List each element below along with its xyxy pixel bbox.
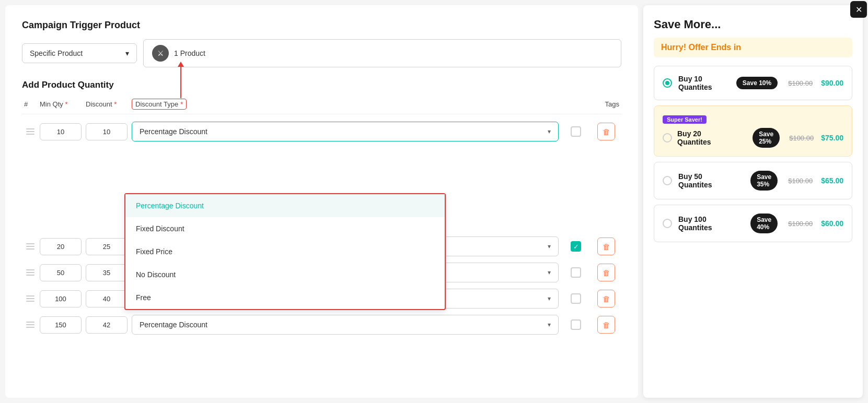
discount-type-value: Percentage Discount bbox=[140, 127, 207, 136]
product-count-label: 1 Product bbox=[174, 49, 205, 57]
dropdown-option-free[interactable]: Free bbox=[125, 286, 445, 309]
table-header: # Min Qty * Discount * Discount Type * T… bbox=[22, 99, 621, 114]
delete-cell: 🗑 bbox=[593, 123, 619, 140]
pricing-card-highlighted: Super Saver! Buy 20Quantites Save25% $10… bbox=[654, 105, 852, 157]
chevron-down-icon: ▾ bbox=[548, 321, 551, 328]
delete-button[interactable]: 🗑 bbox=[597, 238, 615, 255]
delete-button[interactable]: 🗑 bbox=[597, 290, 615, 307]
min-qty-input[interactable] bbox=[40, 238, 82, 255]
save-more-title: Save More... bbox=[654, 18, 852, 31]
save-badge: Save40% bbox=[750, 214, 778, 233]
delete-button[interactable]: 🗑 bbox=[597, 123, 615, 140]
qty-label: Buy 50Quantites bbox=[678, 172, 744, 189]
discount-type-select-open[interactable]: Percentage Discount ▾ bbox=[132, 122, 559, 141]
discount-input[interactable] bbox=[86, 123, 128, 140]
original-price: $100.00 bbox=[789, 134, 814, 142]
campaign-trigger-title: Campaign Trigger Product bbox=[22, 20, 621, 31]
table-row: Percentage Discount ▾ 🗑 bbox=[22, 312, 621, 338]
qty-label: Buy 20Quantites bbox=[677, 129, 747, 146]
dropdown-option-fixed-price[interactable]: Fixed Price bbox=[125, 240, 445, 263]
original-price: $100.00 bbox=[788, 220, 813, 228]
dropdown-option-fixed-discount[interactable]: Fixed Discount bbox=[125, 217, 445, 240]
discount-type-dropdown: Percentage Discount Fixed Discount Fixed… bbox=[124, 193, 446, 310]
original-price: $100.00 bbox=[788, 79, 813, 87]
dropdown-option-percentage[interactable]: Percentage Discount bbox=[125, 194, 445, 217]
discount-type-value: Percentage Discount bbox=[140, 321, 207, 329]
product-badge: ⚔ 1 Product bbox=[143, 39, 621, 67]
discount-input[interactable] bbox=[86, 290, 128, 307]
red-arrow bbox=[178, 62, 184, 98]
min-qty-required: * bbox=[65, 100, 67, 108]
product-type-dropdown[interactable]: Specific Product ▾ bbox=[22, 43, 137, 63]
arrow-head-icon bbox=[178, 62, 184, 67]
radio-button[interactable] bbox=[663, 176, 672, 185]
discount-input[interactable] bbox=[86, 238, 128, 255]
delete-button[interactable]: 🗑 bbox=[597, 264, 615, 281]
dropdown-option-no-discount[interactable]: No Discount bbox=[125, 263, 445, 286]
col-discount: Discount * bbox=[86, 100, 128, 108]
drag-handle[interactable] bbox=[24, 319, 36, 330]
chevron-down-icon: ▾ bbox=[548, 243, 551, 250]
delete-cell: 🗑 bbox=[593, 238, 619, 255]
discount-input[interactable] bbox=[86, 264, 128, 281]
delete-button[interactable]: 🗑 bbox=[597, 316, 615, 334]
col-discount-type: Discount Type * bbox=[132, 99, 559, 110]
product-type-label: Specific Product bbox=[30, 49, 83, 57]
row-checkbox[interactable] bbox=[571, 267, 581, 278]
right-panel: ✕ Save More... Hurry! Offer Ends in Buy … bbox=[643, 5, 863, 398]
col-hash: # bbox=[24, 100, 36, 108]
min-qty-input[interactable] bbox=[40, 290, 82, 307]
chevron-down-icon: ▾ bbox=[548, 128, 551, 135]
delete-cell: 🗑 bbox=[593, 316, 619, 334]
discount-input[interactable] bbox=[86, 316, 128, 334]
radio-button[interactable] bbox=[663, 133, 672, 143]
checkbox-cell bbox=[563, 267, 589, 278]
drag-handle[interactable] bbox=[24, 267, 36, 278]
super-saver-badge: Super Saver! bbox=[663, 115, 707, 124]
checkbox-cell: ✓ bbox=[563, 241, 589, 252]
offer-ends-text: Hurry! Offer Ends in bbox=[661, 43, 741, 52]
discount-required: * bbox=[114, 100, 117, 108]
col-tags: Tags bbox=[593, 100, 619, 108]
row-checkbox-checked[interactable]: ✓ bbox=[571, 241, 581, 252]
qty-label: Buy 100Quantites bbox=[678, 215, 744, 232]
min-qty-input[interactable] bbox=[40, 264, 82, 281]
product-row: Specific Product ▾ ⚔ 1 Product bbox=[22, 39, 621, 67]
checkbox-cell bbox=[563, 319, 589, 330]
row-checkbox[interactable] bbox=[571, 126, 581, 137]
radio-button-checked[interactable] bbox=[663, 78, 672, 88]
main-panel: Campaign Trigger Product Specific Produc… bbox=[5, 5, 638, 398]
pricing-card: Buy 50Quantites Save35% $100.00 $65.00 bbox=[654, 162, 852, 199]
save-badge: Save35% bbox=[750, 171, 778, 191]
drag-handle[interactable] bbox=[24, 126, 36, 137]
pricing-card: Buy 10 Quantites Save 10% $100.00 $90.00 bbox=[654, 66, 852, 100]
arrow-line bbox=[180, 67, 181, 98]
chevron-down-icon: ▾ bbox=[548, 295, 551, 302]
close-button[interactable]: ✕ bbox=[850, 1, 867, 18]
pricing-card: Buy 100Quantites Save40% $100.00 $60.00 bbox=[654, 205, 852, 242]
delete-cell: 🗑 bbox=[593, 264, 619, 281]
avatar: ⚔ bbox=[152, 45, 169, 62]
min-qty-input[interactable] bbox=[40, 316, 82, 334]
checkbox-cell bbox=[563, 126, 589, 137]
row-checkbox[interactable] bbox=[571, 319, 581, 330]
drag-handle[interactable] bbox=[24, 241, 36, 252]
radio-button[interactable] bbox=[663, 219, 672, 228]
checkbox-cell bbox=[563, 293, 589, 304]
sale-price: $60.00 bbox=[821, 219, 843, 228]
row-checkbox[interactable] bbox=[571, 293, 581, 304]
save-badge: Save25% bbox=[753, 128, 780, 148]
save-badge: Save 10% bbox=[736, 77, 778, 89]
table-row: Percentage Discount ▾ 🗑 bbox=[22, 118, 621, 145]
delete-cell: 🗑 bbox=[593, 290, 619, 307]
discount-type-header-badge: Discount Type * bbox=[132, 99, 187, 110]
sale-price: $75.00 bbox=[821, 134, 843, 142]
chevron-down-icon: ▾ bbox=[548, 269, 551, 276]
drag-handle[interactable] bbox=[24, 293, 36, 304]
min-qty-input[interactable] bbox=[40, 123, 82, 140]
sale-price: $90.00 bbox=[821, 79, 843, 87]
qty-section-title: Add Product Quantity bbox=[22, 80, 621, 90]
discount-type-select[interactable]: Percentage Discount ▾ bbox=[132, 315, 559, 335]
original-price: $100.00 bbox=[788, 177, 813, 185]
col-min-qty: Min Qty * bbox=[40, 100, 82, 108]
